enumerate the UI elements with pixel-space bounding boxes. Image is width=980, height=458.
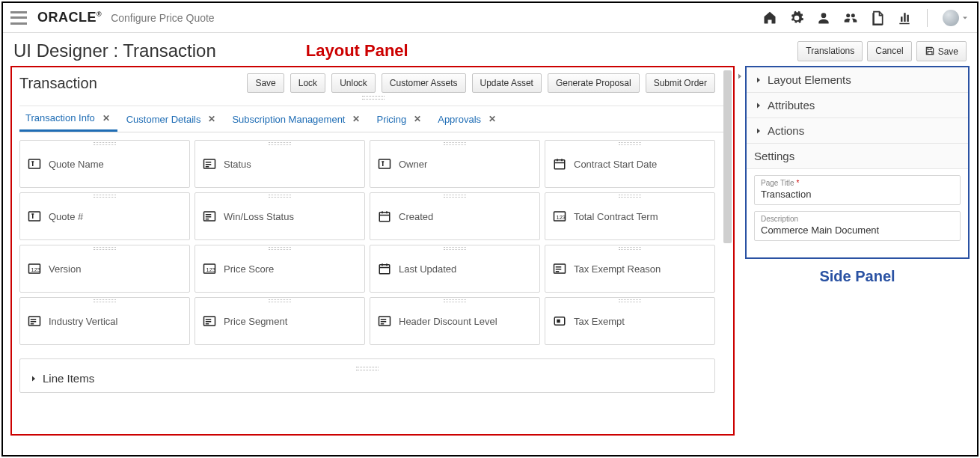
field-label: Last Updated <box>399 263 456 275</box>
drag-handle[interactable] <box>94 195 116 198</box>
drag-handle[interactable] <box>444 142 466 145</box>
top-icons <box>762 9 970 27</box>
field-label: Quote # <box>49 211 83 222</box>
people-icon[interactable] <box>843 10 858 25</box>
line-items-section[interactable]: Line Items <box>19 358 715 393</box>
field-win-loss-status[interactable]: Win/Loss Status <box>195 192 365 240</box>
action-generate-proposal-button[interactable]: Generate Proposal <box>548 73 640 93</box>
field-status[interactable]: Status <box>195 140 365 188</box>
field-total-contract-term[interactable]: Total Contract Term <box>545 192 715 240</box>
page-title-field[interactable]: Page Title* Transaction <box>754 175 961 205</box>
action-unlock-button[interactable]: Unlock <box>331 73 376 93</box>
tab-close-icon[interactable]: ✕ <box>101 113 111 123</box>
scrollbar-thumb[interactable] <box>723 70 732 243</box>
field-created[interactable]: Created <box>370 192 540 240</box>
header-buttons: Translations Cancel Save <box>797 41 967 61</box>
field-price-score[interactable]: Price Score <box>195 245 365 293</box>
field-label: Header Discount Level <box>399 316 497 327</box>
field-quote-name[interactable]: Quote Name <box>19 140 190 188</box>
date-field-icon <box>378 210 391 223</box>
gear-icon[interactable] <box>789 10 804 25</box>
action-save-button[interactable]: Save <box>247 73 284 93</box>
drag-handle[interactable] <box>94 142 116 145</box>
drag-handle[interactable] <box>444 247 466 250</box>
tab-transaction-info[interactable]: Transaction Info✕ <box>19 108 117 132</box>
drag-handle-horizontal[interactable] <box>19 96 727 100</box>
caret-right-icon <box>754 126 763 135</box>
description-field-label: Description <box>761 215 798 223</box>
accordion-actions[interactable]: Actions <box>747 118 968 144</box>
drag-handle[interactable] <box>94 247 116 250</box>
tabs: Transaction Info✕Customer Details✕Subscr… <box>19 108 727 132</box>
field-contract-start-date[interactable]: Contract Start Date <box>545 140 715 188</box>
field-grid: Quote NameStatusOwnerContract Start Date… <box>19 140 727 345</box>
field-label: Price Segment <box>224 316 287 327</box>
user-menu[interactable] <box>943 10 970 26</box>
action-lock-button[interactable]: Lock <box>290 73 325 93</box>
page-title-field-value: Transaction <box>761 189 954 200</box>
save-icon <box>925 46 935 56</box>
field-header-discount-level[interactable]: Header Discount Level <box>370 297 540 345</box>
cancel-button[interactable]: Cancel <box>867 41 911 61</box>
drag-handle-horizontal[interactable] <box>29 367 705 370</box>
drag-handle[interactable] <box>619 247 641 250</box>
field-owner[interactable]: Owner <box>370 140 540 188</box>
select-field-icon <box>203 314 216 328</box>
select-field-icon <box>378 314 391 328</box>
text-field-icon <box>378 157 391 171</box>
tab-pricing[interactable]: Pricing✕ <box>370 109 429 131</box>
text-field-icon <box>28 210 41 223</box>
select-field-icon <box>203 210 216 223</box>
description-field[interactable]: Description Commerce Main Document <box>754 211 961 241</box>
field-industry-vertical[interactable]: Industry Vertical <box>19 297 190 345</box>
field-label: Win/Loss Status <box>224 211 294 222</box>
drag-handle[interactable] <box>269 247 291 250</box>
accordion-attributes[interactable]: Attributes <box>747 93 968 118</box>
action-customer-assets-button[interactable]: Customer Assets <box>382 73 466 93</box>
drag-handle[interactable] <box>619 195 641 198</box>
tab-customer-details[interactable]: Customer Details✕ <box>120 109 224 131</box>
drag-handle[interactable] <box>619 142 641 145</box>
drag-handle[interactable] <box>94 299 116 302</box>
field-version[interactable]: Version <box>19 245 190 293</box>
field-last-updated[interactable]: Last Updated <box>370 245 540 293</box>
layout-panel-annotation: Layout Panel <box>306 41 408 61</box>
accordion-layout-elements[interactable]: Layout Elements <box>747 67 968 93</box>
brand-product: Configure Price Quote <box>111 12 215 24</box>
person-icon[interactable] <box>816 10 831 25</box>
tab-close-icon[interactable]: ✕ <box>412 114 423 124</box>
action-update-asset-button[interactable]: Update Asset <box>472 73 542 93</box>
scrollbar[interactable] <box>721 70 732 431</box>
menu-icon[interactable] <box>10 11 27 25</box>
tab-approvals[interactable]: Approvals✕ <box>432 109 503 131</box>
translations-button[interactable]: Translations <box>797 41 863 61</box>
tab-close-icon[interactable]: ✕ <box>487 114 497 124</box>
home-icon[interactable] <box>762 10 777 25</box>
drag-handle[interactable] <box>269 299 291 302</box>
tab-subscription-management[interactable]: Subscription Management✕ <box>226 109 367 131</box>
field-label: Tax Exempt Reason <box>574 263 661 275</box>
layout-action-buttons: SaveLockUnlockCustomer AssetsUpdate Asse… <box>247 73 727 93</box>
field-tax-exempt[interactable]: Tax Exempt <box>545 297 715 345</box>
page-header: UI Designer : Transaction Layout Panel T… <box>3 33 977 66</box>
documents-icon[interactable] <box>870 10 885 25</box>
chevron-right-icon[interactable] <box>735 72 744 81</box>
field-tax-exempt-reason[interactable]: Tax Exempt Reason <box>545 245 715 293</box>
drag-handle[interactable] <box>619 299 641 302</box>
separator <box>19 106 727 106</box>
drag-handle[interactable] <box>444 299 466 302</box>
save-button[interactable]: Save <box>916 41 967 61</box>
drag-handle[interactable] <box>444 195 466 198</box>
brand: ORACLE® Configure Price Quote <box>37 10 215 25</box>
drag-handle[interactable] <box>269 195 291 198</box>
field-quote-[interactable]: Quote # <box>19 192 190 240</box>
tab-close-icon[interactable]: ✕ <box>206 114 217 124</box>
field-price-segment[interactable]: Price Segment <box>195 297 365 345</box>
action-submit-order-button[interactable]: Submit Order <box>646 73 715 93</box>
topbar: ORACLE® Configure Price Quote <box>3 3 977 33</box>
layout-panel: Transaction SaveLockUnlockCustomer Asset… <box>10 66 735 436</box>
select-field-icon <box>553 262 566 275</box>
tab-close-icon[interactable]: ✕ <box>351 114 361 124</box>
drag-handle[interactable] <box>269 142 291 145</box>
chart-icon[interactable] <box>897 10 912 25</box>
